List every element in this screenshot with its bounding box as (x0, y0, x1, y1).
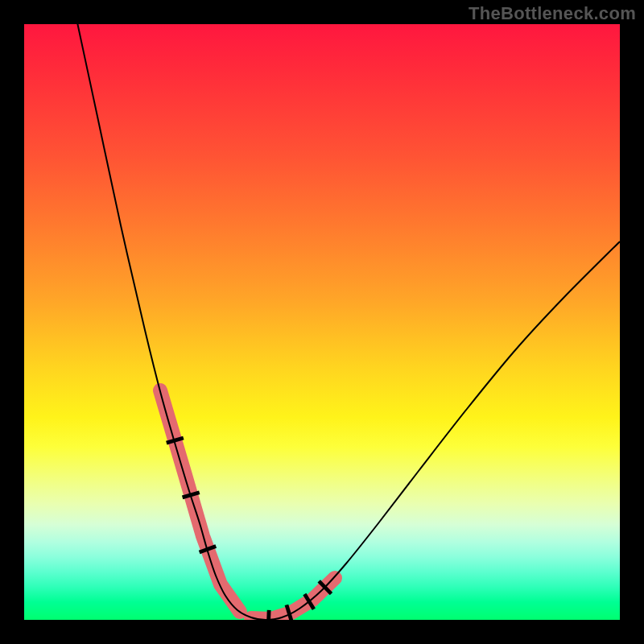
curves-svg (24, 24, 620, 620)
watermark-text: TheBottleneck.com (469, 3, 636, 24)
red-band-left (160, 390, 240, 612)
band-pinch (266, 610, 271, 620)
chart-frame: TheBottleneck.com (0, 0, 644, 644)
band-pinch-group (166, 436, 332, 620)
red-band-group (160, 390, 335, 619)
plot-area (24, 24, 620, 620)
bottleneck-curve (72, 24, 620, 620)
